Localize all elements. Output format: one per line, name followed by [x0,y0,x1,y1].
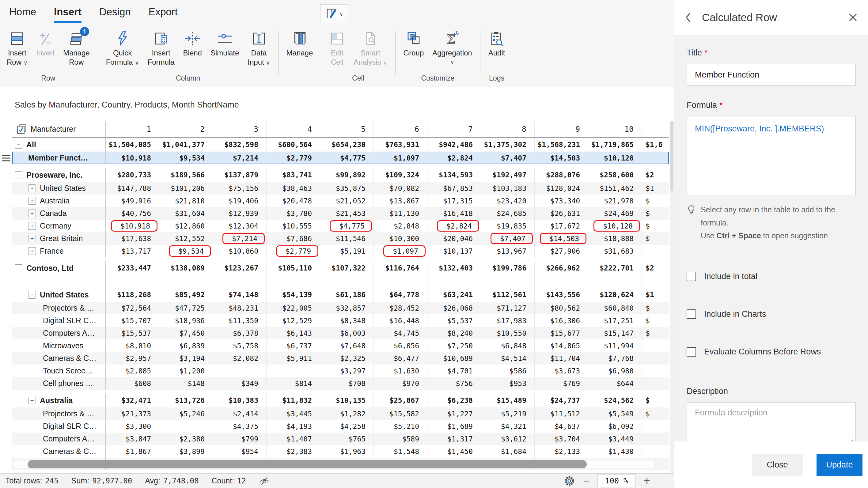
tab-insert[interactable]: Insert [54,6,82,23]
cell-2[interactable]: $189,566 [159,168,213,182]
cell-6[interactable]: $1,097 [374,152,427,164]
cell-2[interactable]: $18,936 [159,314,213,327]
cell-10[interactable]: $24,469 [588,207,642,220]
close-button[interactable]: Close [752,454,803,476]
table-row-member-funct[interactable]: Member Funct…$10,918$9,534$7,214$2,779$4… [12,152,669,164]
cell-5[interactable]: $4,775 [320,220,374,232]
cell-6[interactable]: $970 [374,377,427,390]
tab-design[interactable]: Design [99,6,131,23]
cell-7[interactable]: $6,238 [427,393,481,407]
expand-icon[interactable]: + [28,247,36,255]
table-row-great-britain[interactable]: +Great Britain$17,638$12,552$7,214$7,686… [12,232,669,245]
cell-8[interactable]: $17,983 [481,314,535,327]
cell-9[interactable]: $80,562 [535,302,588,314]
cell-3[interactable]: $7,214 [213,152,267,164]
cell-5[interactable]: $765 [320,432,374,445]
cell-4[interactable]: $4,193 [267,420,320,432]
row-label-cell[interactable]: −Australia [12,393,106,407]
cell-7[interactable]: $1,227 [427,407,481,420]
checkbox-check-icon[interactable] [17,124,27,135]
cell-7[interactable]: $10,137 [427,245,481,257]
cell-1[interactable]: $21,373 [106,407,159,420]
cell-3[interactable]: $12,939 [213,207,267,220]
cell-5[interactable]: $21,453 [320,207,374,220]
column-header-5[interactable]: 5 [320,121,374,137]
table-row-france[interactable]: +France$13,717$9,534$10,860$2,779$5,191$… [12,245,669,257]
cell-9[interactable]: $17,672 [535,220,588,232]
cell-8[interactable]: $7,407 [481,232,535,245]
cell-2[interactable]: $1,041,377 [159,138,213,152]
cell-6[interactable]: $5,210 [374,420,427,432]
cell-3[interactable] [213,365,267,377]
cell-8[interactable]: $1,684 [481,445,535,458]
cell-9[interactable]: $27,906 [535,245,588,257]
cell-8[interactable]: $15,489 [481,393,535,407]
cell-6[interactable]: $64,778 [374,288,427,302]
cell-8[interactable]: $24,685 [481,207,535,220]
table-row-australia[interactable]: −Australia$32,471$13,726$10,383$11,832$1… [12,393,669,407]
cell-1[interactable]: $233,447 [106,261,159,275]
cell-6[interactable]: $109,324 [374,168,427,182]
checkbox-evaluate-columns-before-rows[interactable] [687,347,696,357]
collapse-icon[interactable]: − [15,264,22,272]
cell-10[interactable]: $3,449 [588,432,642,445]
cell-9[interactable]: $1,568,231 [535,138,588,152]
cell-6[interactable]: $1,630 [374,365,427,377]
cell-6[interactable]: $4,745 [374,327,427,339]
cell-4[interactable]: $2,779 [267,245,320,257]
ribbon-button-audit[interactable]: Audit [484,29,509,72]
ribbon-button-group[interactable]: Group [399,29,428,72]
cell-9[interactable]: $2,133 [535,445,588,458]
cell-4[interactable]: $3,780 [267,207,320,220]
cell-8[interactable]: $71,127 [481,302,535,314]
cell-9[interactable]: $73,340 [535,194,588,207]
cell-10[interactable]: $1,719,865 [588,138,642,152]
cell-7[interactable]: $67,853 [427,182,481,194]
cell-7[interactable]: $2,824 [427,220,481,232]
cell-10[interactable]: $151,462 [588,182,642,194]
collapse-icon[interactable]: − [15,171,22,179]
cell-7[interactable]: $5,537 [427,314,481,327]
collapse-icon[interactable]: − [15,141,22,149]
cell-4[interactable]: $5,911 [267,352,320,365]
row-label-cell[interactable]: −Contoso, Ltd [12,261,106,275]
table-row-computers-a[interactable]: Computers A…$15,537$7,450$6,378$6,143$6,… [12,327,669,339]
row-label-cell[interactable]: Computers A… [12,327,106,339]
vertical-scrollbar-thumb[interactable] [671,121,674,191]
cell-5[interactable]: $3,297 [320,365,374,377]
cell-10[interactable]: $120,624 [588,288,642,302]
cell-8[interactable]: $4,514 [481,352,535,365]
row-label-cell[interactable]: Cell phones … [12,377,106,390]
cell-7[interactable]: $8,240 [427,327,481,339]
cell-8[interactable]: $199,786 [481,261,535,275]
cell-8[interactable]: $112,561 [481,288,535,302]
cell-4[interactable]: $6,143 [267,327,320,339]
cell-9[interactable]: $4,637 [535,420,588,432]
cell-9[interactable]: $769 [535,377,588,390]
cell-2[interactable]: $1,200 [159,365,213,377]
cell-2[interactable]: $2,380 [159,432,213,445]
eye-off-icon[interactable] [259,476,269,486]
cell-3[interactable]: $11,350 [213,314,267,327]
cell-3[interactable]: $123,267 [213,261,267,275]
row-label-cell[interactable]: Projectors & … [12,302,106,314]
cell-10[interactable]: $31,683 [588,245,642,257]
column-header-6[interactable]: 6 [374,121,427,137]
cell-10[interactable]: $644 [588,377,642,390]
ribbon-button-data-input[interactable]: DataInput ∨ [243,29,274,72]
close-icon[interactable] [848,13,858,22]
cell-5[interactable]: $6,003 [320,327,374,339]
cell-7[interactable]: $1,450 [427,445,481,458]
cell-3[interactable]: $799 [213,432,267,445]
cell-6[interactable]: $6,056 [374,339,427,352]
table-row-canada[interactable]: +Canada$40,756$31,604$12,939$3,780$21,45… [12,207,669,220]
cell-1[interactable]: $2,957 [106,352,159,365]
cell-8[interactable]: $586 [481,365,535,377]
cell-8[interactable]: $13,967 [481,245,535,257]
table-row-germany[interactable]: +Germany$10,918$12,860$12,304$10,555$4,7… [12,220,669,232]
cell-3[interactable]: $4,375 [213,420,267,432]
cell-3[interactable]: $832,598 [213,138,267,152]
ribbon-button-simulate[interactable]: Simulate [206,29,243,72]
cell-5[interactable]: $1,963 [320,445,374,458]
cell-10[interactable]: $5,549 [588,407,642,420]
